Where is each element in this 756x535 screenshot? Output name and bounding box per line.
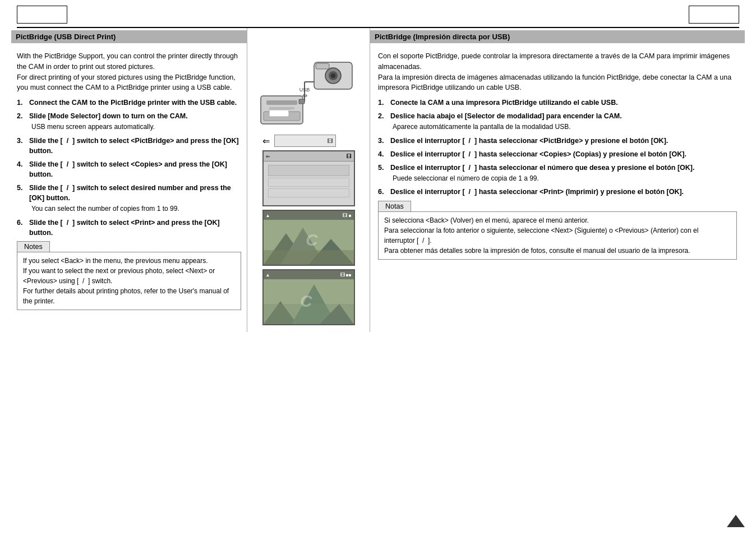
step-right-5: 5. Deslice el interruptor [ / ] hasta se… bbox=[378, 163, 737, 184]
camera-dock-illustration: USB ⇔ bbox=[255, 51, 362, 132]
steps-list-left: 1. Connect the CAM to the PictBridge pri… bbox=[17, 98, 241, 238]
photo-screen-2: C ▲ 🎞 ■■ bbox=[262, 269, 355, 325]
left-text-column: With the PictBridge Support, you can con… bbox=[11, 48, 247, 332]
step-left-5: 5. Slide the [ / ] switch to select desi… bbox=[17, 183, 241, 214]
arrow-row: ⇐ 🎞 bbox=[262, 135, 355, 147]
top-header bbox=[11, 6, 745, 24]
svg-text:C: C bbox=[306, 230, 319, 249]
photo-screen2-top-bar: ▲ 🎞 ■■ bbox=[264, 270, 354, 279]
step-right-2: 2. Deslice hacia abajo el [Selector de m… bbox=[378, 111, 737, 132]
menu-screen-top-bar: ⇐ 🎞 bbox=[264, 151, 354, 162]
svg-rect-13 bbox=[299, 99, 305, 104]
photo-screen-top-bar: ▲ 🎞 ■ bbox=[264, 211, 354, 220]
step-right-6: 6. Deslice el interruptor [ / ] hasta se… bbox=[378, 187, 737, 197]
step-right-1: 1. Conecte la CAM a una impresora PictBr… bbox=[378, 98, 737, 108]
section-header-left: PictBridge (USB Direct Print) bbox=[11, 30, 247, 43]
svg-rect-20 bbox=[264, 250, 354, 265]
left-arrow-icon: ⇐ bbox=[262, 136, 270, 146]
intro-text-left: With the PictBridge Support, you can con… bbox=[17, 51, 241, 93]
section-header-right: PictBridge (Impresión directa por USB) bbox=[370, 30, 745, 43]
photo-screen-1: C ▲ 🎞 ■ bbox=[262, 210, 355, 266]
right-text-column: Con el soporte PictBridge, puede control… bbox=[370, 48, 745, 332]
svg-rect-1 bbox=[266, 100, 297, 105]
main-layout: With the PictBridge Support, you can con… bbox=[11, 48, 745, 332]
svg-rect-2 bbox=[269, 107, 294, 109]
step-left-4: 4. Slide the [ / ] switch to select <Cop… bbox=[17, 159, 241, 179]
notes-body-right: Si selecciona <Back> (Volver) en el menú… bbox=[378, 211, 737, 260]
step-left-3: 3. Slide the [ / ] switch to select <Pic… bbox=[17, 136, 241, 156]
step-right-4: 4. Deslice el interruptor [ / ] hasta se… bbox=[378, 149, 737, 159]
menu-indicator: 🎞 bbox=[274, 135, 336, 147]
svg-rect-9 bbox=[316, 63, 329, 69]
svg-rect-4 bbox=[269, 110, 289, 117]
page-number-right bbox=[689, 6, 739, 24]
steps-list-right: 1. Conecte la CAM a una impresora PictBr… bbox=[378, 98, 737, 197]
menu-screen-1: ⇐ 🎞 bbox=[262, 150, 355, 206]
svg-point-8 bbox=[331, 73, 335, 78]
step-left-1: 1. Connect the CAM to the PictBridge pri… bbox=[17, 98, 241, 108]
svg-text:⇔: ⇔ bbox=[302, 92, 307, 99]
page-container: PictBridge (USB Direct Print) PictBridge… bbox=[0, 0, 756, 535]
notes-section-right: Notas Si selecciona <Back> (Volver) en e… bbox=[378, 201, 737, 260]
next-page-arrow-icon bbox=[727, 515, 745, 527]
intro-text-right: Con el soporte PictBridge, puede control… bbox=[378, 51, 737, 93]
svg-text:C: C bbox=[300, 292, 313, 310]
notes-tab-left: Notes bbox=[17, 241, 50, 252]
section-headers: PictBridge (USB Direct Print) PictBridge… bbox=[11, 28, 745, 48]
step-right-3: 3. Deslice el interruptor [ / ] hasta se… bbox=[378, 136, 737, 146]
notes-body-left: If you select <Back> in the menu, the pr… bbox=[17, 252, 241, 310]
notes-section-left: Notes If you select <Back> in the menu, … bbox=[17, 241, 241, 310]
notes-tab-right: Notas bbox=[378, 201, 411, 211]
step-left-2: 2. Slide [Mode Selector] down to turn on… bbox=[17, 111, 241, 132]
step-left-6: 6. Slide the [ / ] switch to select <Pri… bbox=[17, 218, 241, 238]
menu-screen-body bbox=[264, 162, 354, 205]
camera-svg: USB ⇔ bbox=[255, 51, 362, 132]
center-images-column: USB ⇔ ⇐ 🎞 ⇐ 🎞 bbox=[247, 48, 370, 332]
page-number-left bbox=[17, 6, 67, 24]
